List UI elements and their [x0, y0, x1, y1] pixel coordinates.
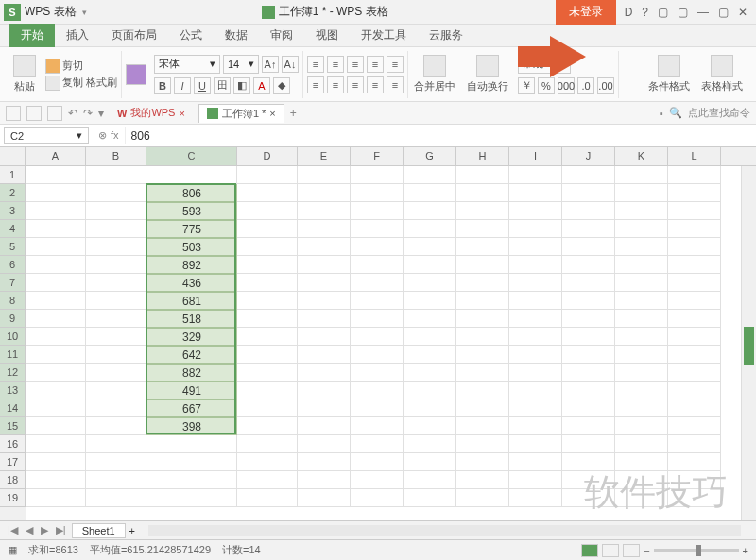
- cell[interactable]: [298, 310, 351, 328]
- cell[interactable]: [509, 399, 562, 417]
- zoom-in-button[interactable]: +: [743, 545, 748, 556]
- cell[interactable]: [456, 382, 509, 399]
- cell[interactable]: [298, 220, 351, 238]
- cell[interactable]: [86, 346, 146, 364]
- col-header-A[interactable]: A: [26, 147, 86, 165]
- cell[interactable]: [456, 238, 509, 256]
- cell[interactable]: [404, 328, 456, 346]
- workbook-tab[interactable]: 工作簿1 *×: [198, 104, 284, 123]
- cell[interactable]: [86, 166, 146, 184]
- cell[interactable]: [298, 166, 351, 184]
- col-header-B[interactable]: B: [86, 147, 146, 165]
- tab-dev[interactable]: 开发工具: [350, 24, 418, 47]
- cell[interactable]: [668, 399, 721, 417]
- view-normal-button[interactable]: [581, 544, 598, 557]
- cell[interactable]: [668, 382, 721, 399]
- cell[interactable]: [509, 364, 562, 382]
- sheet-nav-first[interactable]: |◀: [6, 524, 20, 536]
- row-header-6[interactable]: 6: [0, 256, 26, 274]
- cell[interactable]: [668, 453, 721, 471]
- cell[interactable]: [86, 292, 146, 310]
- row-header-18[interactable]: 18: [0, 471, 26, 489]
- row-header-13[interactable]: 13: [0, 382, 26, 399]
- cell[interactable]: [351, 382, 404, 399]
- cell[interactable]: [237, 328, 298, 346]
- cell[interactable]: [298, 328, 351, 346]
- row-header-12[interactable]: 12: [0, 364, 26, 382]
- cell[interactable]: [615, 435, 668, 453]
- row-header-1[interactable]: 1: [0, 166, 26, 184]
- cell[interactable]: [237, 292, 298, 310]
- cell[interactable]: [509, 256, 562, 274]
- cell[interactable]: [26, 166, 86, 184]
- align-top-icon[interactable]: ≡: [307, 56, 324, 73]
- cell[interactable]: [404, 238, 456, 256]
- view-layout-button[interactable]: [602, 544, 619, 557]
- cell[interactable]: [298, 417, 351, 435]
- zoom-out-button[interactable]: −: [644, 545, 649, 556]
- merge-button[interactable]: 合并居中: [408, 53, 461, 95]
- cell[interactable]: [237, 435, 298, 453]
- cell[interactable]: [615, 220, 668, 238]
- cell[interactable]: [86, 382, 146, 399]
- qa-undo-icon[interactable]: ↶: [68, 107, 77, 120]
- cell[interactable]: [456, 471, 509, 489]
- cell[interactable]: [86, 238, 146, 256]
- cell[interactable]: [351, 292, 404, 310]
- cell[interactable]: [26, 382, 86, 399]
- search-icon[interactable]: 🔍: [669, 107, 682, 119]
- cell[interactable]: [86, 399, 146, 417]
- cell[interactable]: [668, 292, 721, 310]
- cell[interactable]: 775: [146, 220, 237, 238]
- cell[interactable]: [146, 489, 237, 507]
- row-header-17[interactable]: 17: [0, 453, 26, 471]
- row-header-14[interactable]: 14: [0, 399, 26, 417]
- sheet-nav-prev[interactable]: ◀: [24, 524, 35, 536]
- cell[interactable]: [351, 256, 404, 274]
- cell[interactable]: [562, 274, 615, 292]
- cell[interactable]: [298, 346, 351, 364]
- cell[interactable]: 882: [146, 364, 237, 382]
- cell[interactable]: [456, 256, 509, 274]
- align-left-icon[interactable]: ≡: [307, 76, 324, 93]
- cell[interactable]: [404, 471, 456, 489]
- cell[interactable]: [562, 202, 615, 220]
- new-tab-button[interactable]: +: [290, 107, 297, 120]
- cell[interactable]: [351, 202, 404, 220]
- cell[interactable]: [298, 256, 351, 274]
- cell[interactable]: [351, 328, 404, 346]
- cell[interactable]: [668, 256, 721, 274]
- cell[interactable]: [237, 346, 298, 364]
- cell[interactable]: [351, 238, 404, 256]
- cell[interactable]: [26, 220, 86, 238]
- highlight-button[interactable]: ◆: [273, 77, 290, 94]
- cell[interactable]: [86, 417, 146, 435]
- cell[interactable]: [298, 435, 351, 453]
- cell[interactable]: [86, 220, 146, 238]
- cell[interactable]: [237, 220, 298, 238]
- cell[interactable]: [351, 166, 404, 184]
- cell[interactable]: [509, 346, 562, 364]
- fill-color-button[interactable]: ◧: [233, 77, 250, 94]
- cell[interactable]: [26, 435, 86, 453]
- cell[interactable]: [615, 310, 668, 328]
- col-header-F[interactable]: F: [351, 147, 404, 165]
- cell[interactable]: [298, 364, 351, 382]
- sheet-nav-next[interactable]: ▶: [39, 524, 50, 536]
- cell[interactable]: [351, 399, 404, 417]
- cell[interactable]: [146, 471, 237, 489]
- cell[interactable]: [237, 453, 298, 471]
- cell[interactable]: [86, 364, 146, 382]
- cell[interactable]: [668, 471, 721, 489]
- inc-decimal-icon[interactable]: .0: [577, 77, 594, 94]
- cell[interactable]: [668, 489, 721, 507]
- tab-view[interactable]: 视图: [304, 24, 350, 47]
- cell[interactable]: [509, 166, 562, 184]
- cut-button[interactable]: 剪切: [45, 59, 117, 74]
- qa-preview-icon[interactable]: [47, 106, 62, 121]
- cell[interactable]: [237, 238, 298, 256]
- percent-icon[interactable]: %: [538, 77, 555, 94]
- cell[interactable]: [237, 489, 298, 507]
- cell[interactable]: [668, 238, 721, 256]
- cell[interactable]: [615, 364, 668, 382]
